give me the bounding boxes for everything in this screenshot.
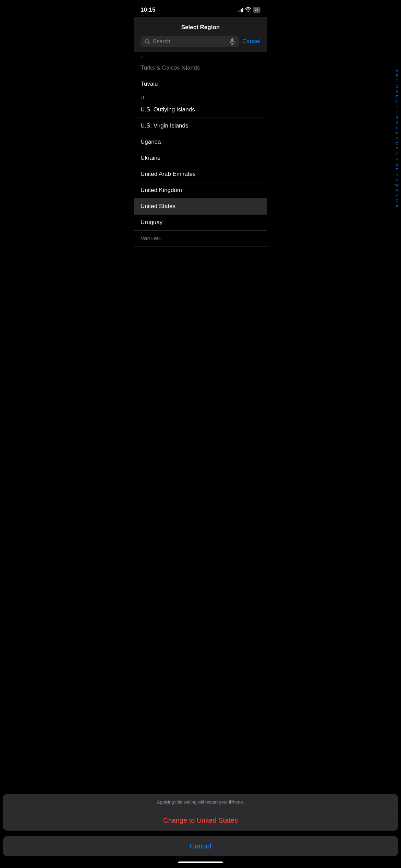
search-icon bbox=[145, 39, 150, 44]
search-input[interactable] bbox=[153, 38, 227, 45]
search-cancel-button[interactable]: Cancel bbox=[242, 38, 260, 45]
list-item[interactable]: Uganda bbox=[134, 134, 267, 150]
list-item-united-states[interactable]: United States bbox=[134, 198, 267, 215]
section-header-t: T bbox=[134, 52, 267, 62]
battery-icon: 21 bbox=[253, 7, 260, 13]
wifi-icon bbox=[245, 7, 251, 13]
signal-icon bbox=[237, 8, 243, 12]
status-icons: 21 bbox=[237, 7, 260, 13]
list-item[interactable]: United Arab Emirates bbox=[134, 166, 267, 182]
list-item[interactable]: United Kingdom bbox=[134, 182, 267, 198]
section-header-u: U bbox=[134, 92, 267, 102]
list-item[interactable]: U.S. Outlying Islands bbox=[134, 102, 267, 118]
list-item-vanuatu[interactable]: Vanuatu bbox=[134, 231, 267, 247]
status-time: 10:15 bbox=[141, 7, 155, 13]
page-title: Select Region bbox=[141, 21, 260, 36]
list-item[interactable]: Ukraine bbox=[134, 150, 267, 166]
list-item[interactable]: Turks & Caicos Islands bbox=[134, 62, 267, 76]
search-bar: Cancel bbox=[141, 36, 260, 52]
list-item[interactable]: Tuvalu bbox=[134, 76, 267, 92]
list-item[interactable]: Uruguay bbox=[134, 215, 267, 231]
status-bar: 10:15 21 bbox=[134, 0, 267, 17]
svg-rect-2 bbox=[231, 38, 233, 42]
svg-line-1 bbox=[148, 43, 150, 44]
page-header: Select Region Cancel bbox=[134, 17, 267, 52]
region-list: T Turks & Caicos Islands Tuvalu U U.S. O… bbox=[134, 52, 267, 247]
microphone-icon bbox=[230, 38, 235, 45]
search-input-wrapper[interactable] bbox=[141, 36, 239, 47]
list-item[interactable]: U.S. Virgin Islands bbox=[134, 118, 267, 134]
